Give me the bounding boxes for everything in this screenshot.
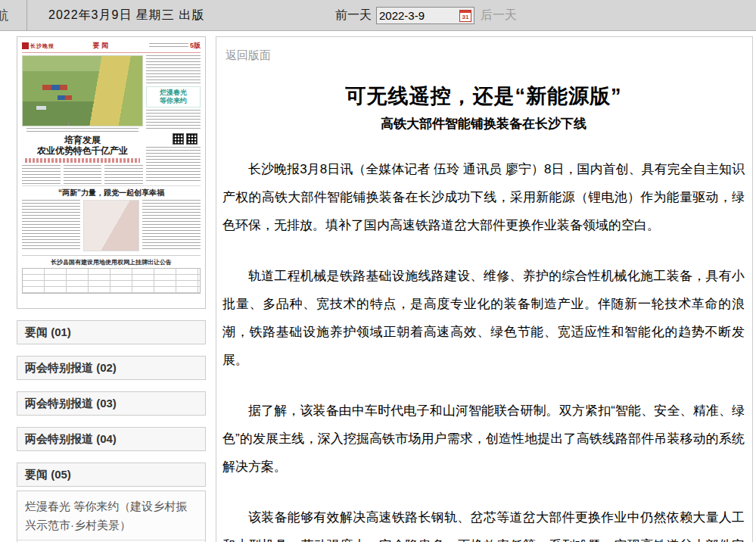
next-day-link-disabled[interactable]: 后一天 <box>481 8 517 23</box>
thumb-text-col <box>142 200 201 251</box>
thumb-left-column: 培育发展 农业优势特色千亿产业 <box>22 55 143 182</box>
thumb-photo-caption <box>26 128 138 132</box>
article-paragraph: 据了解，该装备由中车时代电子和山河智能联合研制。双方紧扣“智能、安全、精准、绿色… <box>222 397 745 481</box>
thumb-page-label: 要闻 <box>92 41 110 51</box>
thumb-right-column: 烂漫春光 等你来约 <box>146 55 201 182</box>
thumb-headline2: “两新”力量，跟党一起创享幸福 <box>22 188 201 198</box>
article-subtitle: 高铁大部件智能铺换装备在长沙下线 <box>222 115 745 132</box>
thumb-text-col <box>64 165 102 186</box>
thumb-headline1-line1: 培育发展 <box>22 135 143 145</box>
qr-code-icon <box>173 133 184 145</box>
thumb-text-col <box>22 200 80 251</box>
sidebar-section-yaowen-01[interactable]: 要闻 (01) <box>17 320 206 344</box>
thumb-top-section: 培育发展 农业优势特色千亿产业 烂漫春光 等你来约 <box>22 55 201 182</box>
content-area: 长沙晚报 要闻 5版 培育发展 农业优势特色千亿产业 <box>0 31 756 542</box>
date-navigation: 前一天 31 后一天 <box>335 0 517 31</box>
aerial-village-photo <box>22 55 143 126</box>
thumb-text-block <box>146 110 201 131</box>
thumb-text-block <box>146 147 201 182</box>
worker-photo <box>83 200 139 251</box>
thumb-masthead-name: 长沙晚报 <box>30 42 54 50</box>
article-paragraph: 长沙晚报3月8日讯（全媒体记者 伍玲 通讯员 廖宁）8日，国内首创、具有完全自主… <box>222 155 745 239</box>
article-panel: 返回版面 可无线遥控，还是“新能源版” 高铁大部件智能铺换装备在长沙下线 长沙晚… <box>216 36 753 542</box>
calendar-icon[interactable]: 31 <box>459 10 471 22</box>
sidebar-section-lianghui-03[interactable]: 两会特别报道 (03) <box>17 391 206 416</box>
back-to-page-link[interactable]: 返回版面 <box>226 48 271 63</box>
thumb-headline1-line2: 农业优势特色千亿产业 <box>22 145 143 156</box>
newspaper-page-thumbnail[interactable]: 长沙晚报 要闻 5版 培育发展 农业优势特色千亿产业 <box>17 36 206 309</box>
date-input[interactable] <box>379 9 446 22</box>
calendar-icon-day: 31 <box>460 14 471 21</box>
section-label: 两会特别报道 (04) <box>25 432 117 447</box>
top-toolbar: 航 2022年3月9日 星期三 出版 前一天 31 后一天 <box>0 0 756 31</box>
thumb-teaser: 烂漫春光 等你来约 <box>146 86 201 107</box>
thumb-notice-headline: 长沙县国有建设用地使用权网上挂牌出让公告 <box>22 255 201 266</box>
toolbar-divider <box>26 0 27 31</box>
sidebar-article-link[interactable]: 烂漫春光 等你来约（建设乡村振兴示范市·乡村美景） <box>17 491 205 540</box>
article-paragraph: 该装备能够有效解决高速铁路长钢轨、岔芯等道岔大部件更换作业中仍然依赖大量人工和小… <box>222 503 745 542</box>
previous-day-link[interactable]: 前一天 <box>335 8 372 23</box>
thumb-text-col <box>104 165 143 186</box>
date-field-wrap: 31 <box>376 7 474 24</box>
sidebar-section-lianghui-02[interactable]: 两会特别报道 (02) <box>17 356 206 380</box>
sidebar: 长沙晚报 要闻 5版 培育发展 农业优势特色千亿产业 <box>17 36 206 542</box>
article-title: 可无线遥控，还是“新能源版” <box>222 83 745 110</box>
article-paragraph: 轨道工程机械是铁路基础设施线路建设、维修、养护的综合性机械化施工装备，具有小批量… <box>222 262 745 374</box>
thumb-teaser-line1: 烂漫春光 <box>147 89 200 97</box>
section-label: 两会特别报道 (02) <box>25 361 117 375</box>
sidebar-article-list: 烂漫春光 等你来约（建设乡村振兴示范市·乡村美景） 培育发展农业优势特色千亿产业 <box>17 491 206 542</box>
thumb-masthead-meta: 5版 <box>149 41 201 51</box>
nav-button-partial[interactable]: 航 <box>0 7 14 24</box>
publication-date: 2022年3月9日 星期三 出版 <box>48 8 204 23</box>
thumb-middle-section: “两新”力量，跟党一起创享幸福 <box>22 185 201 251</box>
newspaper-logo-icon <box>22 42 29 49</box>
thumb-masthead-rule <box>22 52 201 53</box>
section-label: 两会特别报道 (03) <box>25 397 117 411</box>
qr-code-icon <box>186 133 198 145</box>
section-label: 要闻 (05) <box>25 468 71 482</box>
thumb-middle-row <box>22 200 201 251</box>
thumb-subhead-redline <box>25 158 140 163</box>
thumb-text-block <box>146 55 201 84</box>
thumb-notice-table <box>22 268 201 294</box>
thumb-teaser-line2: 等你来约 <box>147 97 200 105</box>
thumb-masthead: 长沙晚报 要闻 5版 <box>22 41 201 51</box>
thumb-text-col <box>22 165 61 186</box>
sidebar-section-lianghui-04[interactable]: 两会特别报道 (04) <box>17 427 206 451</box>
sidebar-section-yaowen-05[interactable]: 要闻 (05) <box>17 463 206 487</box>
thumb-text-columns <box>22 165 143 186</box>
thumb-meta-textlines <box>149 43 188 49</box>
section-label: 要闻 (01) <box>25 326 71 340</box>
qr-codes <box>146 133 201 145</box>
thumb-page-number: 5版 <box>190 41 201 51</box>
article-body: 长沙晚报3月8日讯（全媒体记者 伍玲 通讯员 廖宁）8日，国内首创、具有完全自主… <box>222 155 745 542</box>
